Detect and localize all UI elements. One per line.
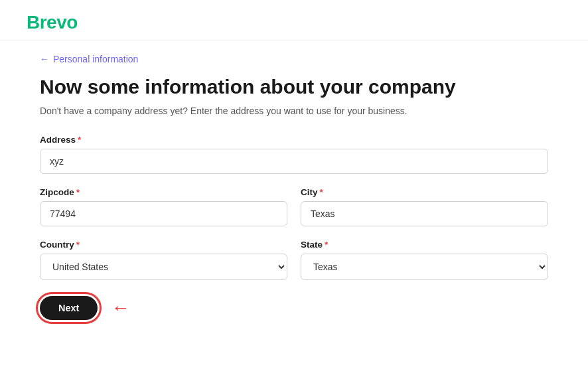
country-state-row: Country* United StatesCanadaUnited Kingd… [40,240,548,280]
zipcode-input[interactable] [40,201,287,226]
country-required: * [76,240,80,250]
address-group: Address* [40,135,548,174]
page-title: Now some information about your company [40,75,548,99]
address-label: Address* [40,135,548,145]
city-label: City* [301,187,548,197]
zipcode-label: Zipcode* [40,187,287,197]
city-input[interactable] [301,201,548,226]
zipcode-group: Zipcode* [40,187,287,226]
back-arrow-icon: ← [40,54,49,64]
address-input[interactable] [40,149,548,174]
brevo-logo: Brevo [27,12,561,33]
back-link[interactable]: ← Personal information [40,54,588,64]
state-label: State* [301,240,548,250]
bottom-row: Next ← [40,296,548,320]
address-required: * [78,135,81,145]
zipcode-city-row: Zipcode* City* [40,187,548,226]
state-select[interactable]: TexasCaliforniaNew YorkFloridaIllinois [301,254,548,280]
city-group: City* [301,187,548,226]
city-required: * [320,187,323,197]
state-required: * [325,240,328,250]
header: Brevo [0,0,588,40]
zipcode-required: * [76,187,80,197]
next-button[interactable]: Next [40,296,98,320]
arrow-indicator: ← [111,299,129,317]
page-subtitle: Don't have a company address yet? Enter … [40,106,548,116]
state-group: State* TexasCaliforniaNew YorkFloridaIll… [301,240,548,280]
next-button-wrapper: Next [40,296,98,320]
country-group: Country* United StatesCanadaUnited Kingd… [40,240,287,280]
back-link-label: Personal information [53,54,138,64]
country-label: Country* [40,240,287,250]
country-select[interactable]: United StatesCanadaUnited KingdomAustral… [40,254,287,280]
main-content: Now some information about your company … [0,75,588,347]
